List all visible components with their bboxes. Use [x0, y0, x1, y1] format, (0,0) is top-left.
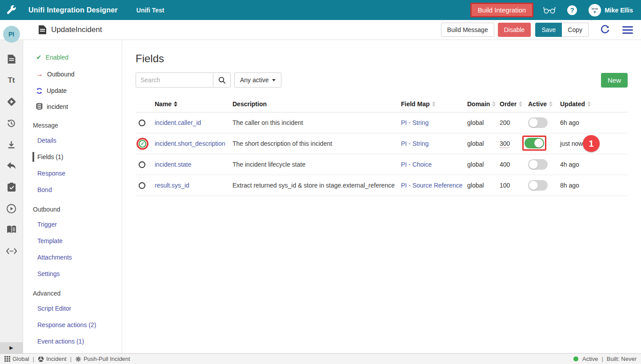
table-header-row: Name Description Field Map Domain Order — [136, 96, 628, 112]
active-toggle[interactable] — [525, 138, 544, 148]
field-map-link[interactable]: PI - String — [401, 140, 467, 147]
section-title-message: Message — [23, 122, 122, 129]
search-input[interactable] — [136, 72, 213, 88]
environment-name[interactable]: Unifi Test — [136, 7, 164, 14]
sort-icon — [549, 101, 553, 107]
build-integration-button[interactable]: Build Integration — [470, 3, 533, 17]
active-toggle[interactable] — [528, 159, 548, 170]
build-message-button[interactable]: Build Message — [441, 23, 494, 37]
history-icon[interactable] — [6, 117, 17, 129]
sort-icon — [174, 101, 177, 107]
main-content: Fields Any active New Name — [122, 40, 641, 353]
field-name-link[interactable]: incident.state — [155, 161, 232, 168]
message-title: UpdateIncident — [51, 25, 102, 34]
table-row: incident.caller_id The caller on this in… — [136, 112, 628, 133]
search-button[interactable] — [213, 72, 231, 88]
fields-table: Name Description Field Map Domain Order — [136, 96, 628, 196]
sort-icon — [432, 101, 436, 107]
chevron-down-icon — [272, 79, 276, 81]
sidebar-item-script-editor[interactable]: Script Editor — [23, 304, 122, 313]
row-radio[interactable] — [139, 120, 145, 126]
sidebar-item-trigger[interactable]: Trigger — [23, 220, 122, 229]
search-icon — [218, 76, 226, 84]
download-icon[interactable] — [6, 139, 17, 150]
field-map-link[interactable]: PI - String — [401, 119, 467, 126]
sidebar-item-enabled[interactable]: ✔ Enabled — [23, 53, 122, 61]
sidebar-item-update[interactable]: Update — [23, 87, 122, 94]
row-selected-check-icon[interactable]: ✓ — [139, 140, 146, 148]
app-title: Unifi Integration Designer — [28, 6, 118, 14]
book-icon[interactable] — [6, 224, 17, 236]
row-radio[interactable] — [139, 182, 145, 189]
active-toggle[interactable] — [528, 117, 548, 128]
page-title: Fields — [136, 52, 628, 65]
table-row: incident.state The incident lifecycle st… — [136, 154, 628, 175]
sort-icon — [587, 101, 591, 107]
user-name[interactable]: Mike Ellis — [605, 7, 633, 14]
built-indicator: Built: Never — [607, 356, 637, 362]
scope-indicator[interactable]: Global — [4, 356, 29, 362]
text-icon[interactable]: Tt — [6, 75, 17, 86]
sidebar-item-event-actions[interactable]: Event actions (1) — [23, 337, 122, 346]
column-header-field-map[interactable]: Field Map — [401, 100, 467, 108]
document-icon[interactable] — [6, 53, 17, 65]
rail-expand-button[interactable]: ▶ — [0, 342, 23, 353]
active-filter-dropdown[interactable]: Any active — [234, 72, 281, 88]
send-diamond-icon[interactable] — [6, 96, 17, 108]
copy-button[interactable]: Copy — [562, 23, 589, 37]
refresh-icon — [36, 88, 43, 94]
section-title-advanced: Advanced — [23, 290, 122, 297]
active-toggle[interactable] — [528, 180, 548, 191]
table-indicator[interactable]: Incident — [38, 356, 67, 362]
sidebar-item-bond[interactable]: Bond — [23, 185, 122, 194]
field-name-link[interactable]: incident.caller_id — [155, 119, 232, 126]
annotation-highlight-box — [522, 136, 546, 151]
column-header-name[interactable]: Name — [155, 100, 232, 108]
new-field-button[interactable]: New — [601, 73, 628, 88]
disable-button[interactable]: Disable — [498, 23, 531, 37]
row-radio[interactable] — [139, 161, 145, 168]
table-icon — [38, 356, 44, 362]
integration-avatar[interactable]: PI — [3, 26, 20, 43]
sidebar-item-response[interactable]: Response — [23, 169, 122, 178]
sidebar-item-incident[interactable]: incident — [23, 103, 122, 110]
user-avatar[interactable] — [589, 4, 601, 16]
field-name-link[interactable]: incident.short_description — [155, 140, 232, 147]
sidebar-item-template[interactable]: Template — [23, 236, 122, 245]
column-header-description[interactable]: Description — [232, 100, 401, 108]
status-dot-icon — [573, 356, 578, 361]
field-name-link[interactable]: result.sys_id — [155, 182, 232, 189]
message-header: UpdateIncident Build Message Disable Sav… — [0, 20, 641, 40]
menu-icon[interactable] — [622, 26, 633, 34]
preview-glasses-icon[interactable] — [543, 6, 556, 15]
table-row: ✓ incident.short_description The short d… — [136, 133, 628, 154]
field-map-link[interactable]: PI - Source Reference — [401, 182, 467, 189]
section-title-outbound: Outbound — [23, 206, 122, 213]
save-button[interactable]: Save — [535, 23, 562, 37]
sidebar-item-response-actions[interactable]: Response actions (2) — [23, 320, 122, 329]
column-header-active[interactable]: Active — [528, 100, 560, 108]
tasks-icon[interactable] — [6, 181, 17, 193]
field-map-link[interactable]: PI - Choice — [401, 161, 467, 168]
sidebar-item-details[interactable]: Details — [23, 136, 122, 145]
column-header-domain[interactable]: Domain — [467, 100, 500, 108]
help-icon[interactable]: ? — [567, 5, 577, 15]
wrench-logo-icon — [0, 5, 23, 16]
sidebar-item-settings[interactable]: Settings — [23, 269, 122, 278]
gear-icon — [75, 356, 81, 362]
play-icon[interactable] — [6, 203, 17, 214]
grid-icon — [4, 356, 10, 362]
sidebar-item-attachments[interactable]: Attachments — [23, 253, 122, 262]
reply-icon[interactable] — [6, 160, 17, 172]
annotation-step-badge: 1 — [583, 135, 600, 152]
code-icon[interactable] — [6, 245, 17, 257]
column-header-updated[interactable]: Updated — [560, 100, 628, 108]
sort-icon — [519, 101, 522, 107]
sidebar-item-outbound[interactable]: → Outbound — [23, 70, 122, 78]
column-header-order[interactable]: Order — [500, 100, 528, 108]
process-indicator[interactable]: Push-Pull Incident — [75, 356, 130, 362]
sidebar-item-fields[interactable]: Fields (1) — [23, 152, 122, 161]
icon-rail: PI Tt ▶ — [0, 40, 23, 353]
refresh-icon[interactable] — [600, 25, 610, 35]
sort-icon — [492, 101, 496, 107]
